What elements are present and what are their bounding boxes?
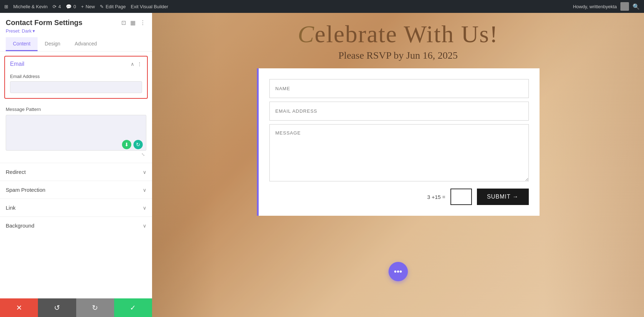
plus-icon: +: [81, 4, 84, 9]
check-icon: ✓: [130, 303, 136, 312]
panel-header: Contact Form Settings ⊡ ▦ ⋮ Preset: Dark…: [0, 13, 152, 52]
name-field[interactable]: [269, 79, 529, 98]
form-bottom-row: 3 +15 = SUBMIT →: [269, 189, 529, 205]
link-title: Link: [6, 205, 16, 211]
email-section-body: Email Address: [5, 72, 147, 98]
redirect-accordion-header[interactable]: Redirect ∨: [6, 169, 146, 175]
message-textarea-wrapper: ⬇ ↻ ⤡: [6, 115, 146, 157]
captcha-text: 3 +15 =: [427, 194, 445, 200]
revisions-link[interactable]: ⟳ 4: [53, 4, 61, 9]
left-panel: Contact Form Settings ⊡ ▦ ⋮ Preset: Dark…: [0, 13, 152, 317]
preset-chevron: ▾: [33, 28, 35, 34]
maximize-icon[interactable]: ⊡: [121, 19, 127, 27]
collapse-icon[interactable]: ∧: [131, 61, 134, 67]
email-section-header: Email ∧ ⋮: [5, 57, 147, 72]
panel-content: Email ∧ ⋮ Email Address Message Pattern: [0, 52, 152, 298]
revisions-icon: ⟳: [53, 4, 57, 9]
redirect-section: Redirect ∨: [0, 163, 152, 181]
panel-title: Contact Form Settings: [6, 19, 82, 27]
tab-content[interactable]: Content: [6, 37, 38, 51]
panel-title-icons: ⊡ ▦ ⋮: [121, 19, 146, 27]
bottom-toolbar: ✕ ↺ ↻ ✓: [0, 298, 152, 317]
undo-icon: ↺: [54, 303, 60, 312]
pencil-icon: ✎: [100, 4, 104, 9]
bg-area: Celebrate With Us! Please RSVP by Jun 16…: [152, 13, 644, 317]
dots-icon: •••: [394, 267, 402, 276]
more-icon[interactable]: ⋮: [139, 19, 146, 27]
background-title: Background: [6, 223, 34, 229]
email-section-title: Email: [10, 61, 24, 67]
email-field[interactable]: [269, 102, 529, 121]
close-icon: ✕: [16, 303, 22, 312]
close-button[interactable]: ✕: [0, 298, 38, 317]
redirect-chevron: ∨: [143, 169, 146, 175]
spam-protection-section: Spam Protection ∨: [0, 181, 152, 199]
new-button[interactable]: + New: [81, 4, 95, 9]
redo-icon: ↻: [92, 303, 98, 312]
message-field[interactable]: [269, 124, 529, 181]
link-section: Link ∨: [0, 199, 152, 216]
layout-icon[interactable]: ▦: [130, 19, 136, 27]
exit-builder-button[interactable]: Exit Visual Builder: [131, 4, 169, 9]
preset-label: Preset: Dark: [6, 28, 31, 34]
avatar: [620, 2, 629, 11]
preset-selector[interactable]: Preset: Dark ▾: [6, 28, 146, 34]
comments-icon: 💬: [66, 4, 72, 9]
admin-bar: ⊞ Michelle & Kevin ⟳ 4 💬 0 + New ✎ Edit …: [0, 0, 644, 13]
background-section: Background ∨: [0, 216, 152, 234]
refresh-icon[interactable]: ↻: [133, 140, 143, 149]
contact-form-container: 3 +15 = SUBMIT →: [257, 68, 540, 216]
message-pattern-section: Message Pattern ⬇ ↻ ⤡: [0, 103, 152, 163]
tab-advanced[interactable]: Advanced: [68, 37, 104, 51]
comments-link[interactable]: 💬 0: [66, 4, 76, 9]
main-layout: Contact Form Settings ⊡ ▦ ⋮ Preset: Dark…: [0, 13, 644, 317]
email-address-label: Email Address: [10, 74, 142, 79]
celebrate-title: Celebrate With Us!: [152, 20, 644, 48]
message-pattern-label: Message Pattern: [6, 107, 146, 112]
link-chevron: ∨: [143, 205, 146, 211]
spam-protection-title: Spam Protection: [6, 187, 45, 193]
right-content: Celebrate With Us! Please RSVP by Jun 16…: [152, 13, 644, 317]
redirect-title: Redirect: [6, 169, 26, 175]
undo-button[interactable]: ↺: [38, 298, 76, 317]
rsvp-subtitle: Please RSVP by Jun 16, 2025: [152, 50, 644, 61]
ai-assist-icon[interactable]: ⬇: [122, 140, 131, 149]
submit-label: SUBMIT →: [487, 194, 519, 200]
background-accordion-header[interactable]: Background ∨: [6, 223, 146, 229]
tab-design[interactable]: Design: [38, 37, 68, 51]
confirm-button[interactable]: ✓: [114, 298, 152, 317]
page-header: Celebrate With Us! Please RSVP by Jun 16…: [152, 13, 644, 61]
celebrate-c: C: [298, 20, 314, 48]
site-name[interactable]: Michelle & Kevin: [13, 4, 48, 9]
background-chevron: ∨: [143, 223, 146, 229]
spam-protection-accordion-header[interactable]: Spam Protection ∨: [6, 187, 146, 193]
spam-chevron: ∨: [143, 187, 146, 193]
submit-button[interactable]: SUBMIT →: [477, 189, 529, 205]
tabs-row: Content Design Advanced: [6, 37, 146, 51]
search-icon[interactable]: 🔍: [633, 3, 640, 10]
email-address-input[interactable]: [10, 81, 142, 93]
floating-menu-button[interactable]: •••: [389, 262, 408, 281]
link-accordion-header[interactable]: Link ∨: [6, 205, 146, 211]
wp-logo[interactable]: ⊞: [4, 4, 8, 9]
email-section: Email ∧ ⋮ Email Address: [4, 56, 148, 99]
howdy-text: Howdy, writtenbyekta: [573, 4, 617, 9]
email-more-icon[interactable]: ⋮: [137, 61, 142, 67]
edit-page-button[interactable]: ✎ Edit Page: [100, 4, 126, 9]
resize-handle[interactable]: ⤡: [6, 152, 146, 157]
redo-button[interactable]: ↻: [76, 298, 114, 317]
captcha-input[interactable]: [450, 189, 472, 205]
